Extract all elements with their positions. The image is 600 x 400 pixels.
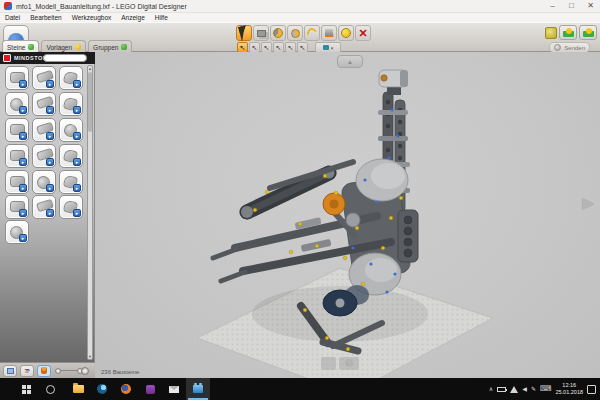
menu-werkzeugbox[interactable]: Werkzeugbox — [67, 14, 117, 21]
ldd-taskbar-button[interactable] — [186, 378, 210, 400]
build-mode-button[interactable] — [559, 25, 577, 40]
window-icon — [7, 368, 14, 374]
edge-button[interactable] — [90, 378, 114, 400]
expand-badge-icon[interactable]: ▸ — [19, 209, 27, 217]
palette-scrollbar[interactable]: ▲ ▼ — [87, 65, 93, 360]
camera-right-button[interactable]: ▶ — [582, 194, 594, 212]
clone-bricks-icon — [257, 30, 266, 37]
part-category-tile[interactable]: ▸ — [59, 66, 83, 90]
scrollbar-thumb[interactable] — [88, 72, 92, 132]
figure-icon — [41, 367, 47, 374]
tab-vorlagen-label: Vorlagen — [46, 44, 72, 51]
start-button[interactable] — [14, 378, 38, 400]
file-explorer-button[interactable] — [66, 378, 90, 400]
close-button[interactable]: ✕ — [581, 0, 600, 13]
cortana-button[interactable] — [38, 378, 62, 400]
keyboard-icon[interactable]: ⌨ — [540, 385, 552, 393]
firefox-button[interactable] — [114, 378, 138, 400]
expand-badge-icon[interactable]: ▸ — [73, 209, 81, 217]
network-icon[interactable] — [510, 386, 518, 393]
battery-icon[interactable] — [497, 387, 506, 392]
expand-badge-icon[interactable]: ▸ — [46, 209, 54, 217]
slider-track[interactable] — [61, 370, 77, 371]
expand-badge-icon[interactable]: ▸ — [73, 80, 81, 88]
part-category-tile[interactable]: ▸ — [59, 195, 83, 219]
part-category-tile[interactable]: ▸ — [5, 66, 29, 90]
menu-bearbeiten[interactable]: Bearbeiten — [25, 14, 66, 21]
select-tool-button[interactable] — [236, 25, 252, 41]
expand-badge-icon[interactable]: ▸ — [19, 184, 27, 192]
hide-tool-button[interactable] — [338, 25, 354, 41]
hinge-tool-button[interactable] — [270, 25, 286, 41]
thumbnail-size-slider[interactable] — [55, 367, 89, 375]
palette-header: mindstorms — [0, 52, 95, 64]
store-button[interactable] — [138, 378, 162, 400]
edge-icon — [97, 384, 107, 394]
maximize-button[interactable]: □ — [562, 0, 581, 13]
action-center-icon[interactable] — [587, 385, 596, 394]
title-bar: mfo1_Modell_Bauanleitung.lxf - LEGO Digi… — [0, 0, 600, 13]
expand-badge-icon[interactable]: ▸ — [19, 80, 27, 88]
expand-badge-icon[interactable]: ▸ — [73, 106, 81, 114]
scroll-up-icon[interactable]: ▲ — [88, 66, 92, 71]
expand-badge-icon[interactable]: ▸ — [19, 234, 27, 242]
palette-filter-button[interactable]: ?? — [20, 365, 34, 377]
menu-datei[interactable]: Datei — [0, 14, 25, 21]
palette-view-button[interactable] — [3, 365, 17, 377]
part-category-tile[interactable]: ▸ — [32, 195, 56, 219]
part-category-tile[interactable]: ▸ — [5, 92, 29, 116]
expand-badge-icon[interactable]: ▸ — [73, 158, 81, 166]
scroll-down-icon[interactable]: ▼ — [88, 354, 92, 359]
view-mode-button[interactable] — [579, 25, 597, 40]
part-category-tile[interactable]: ▸ — [32, 66, 56, 90]
expand-badge-icon[interactable]: ▸ — [46, 80, 54, 88]
expand-badge-icon[interactable]: ▸ — [73, 132, 81, 140]
minifig-head-icon — [341, 28, 351, 38]
part-category-tile[interactable]: ▸ — [59, 144, 83, 168]
flex-icon — [305, 26, 318, 39]
volume-icon[interactable]: ◀ — [522, 386, 527, 392]
flex-tool-button[interactable] — [304, 25, 320, 41]
part-category-tile[interactable]: ▸ — [59, 118, 83, 142]
part-category-tile[interactable]: ▸ — [32, 144, 56, 168]
palette-search-input[interactable] — [43, 54, 87, 62]
part-category-tile[interactable]: ▸ — [5, 144, 29, 168]
part-category-tile[interactable]: ▸ — [32, 170, 56, 194]
send-label: Senden — [564, 45, 585, 51]
menu-anzeige[interactable]: Anzeige — [116, 14, 150, 21]
tab-steine-label: Steine — [7, 44, 25, 51]
3d-viewport[interactable]: ▲ ▶ 236 Bausteine — [95, 52, 600, 378]
camera-up-button[interactable]: ▲ — [337, 55, 363, 68]
taskbar-clock[interactable]: 12:16 25.01.2018 — [555, 382, 583, 396]
expand-badge-icon[interactable]: ▸ — [46, 106, 54, 114]
part-category-tile[interactable]: ▸ — [59, 170, 83, 194]
minimize-button[interactable]: – — [543, 0, 562, 13]
lego-robot-model[interactable] — [95, 52, 600, 378]
paint-tool-button[interactable] — [321, 25, 337, 41]
expand-badge-icon[interactable]: ▸ — [19, 106, 27, 114]
pen-icon[interactable]: ✎ — [531, 386, 536, 392]
tray-chevron-icon[interactable]: ∧ — [489, 386, 493, 392]
part-category-tile[interactable]: ▸ — [59, 92, 83, 116]
part-category-tile[interactable]: ▸ — [32, 118, 56, 142]
expand-badge-icon[interactable]: ▸ — [19, 132, 27, 140]
hinge-align-tool-button[interactable] — [287, 25, 303, 41]
clone-tool-button[interactable] — [253, 25, 269, 41]
part-category-tile[interactable]: ▸ — [32, 92, 56, 116]
slider-knob-large[interactable] — [81, 367, 89, 375]
part-category-tile[interactable]: ▸ — [5, 195, 29, 219]
delete-tool-button[interactable]: ✕ — [355, 25, 371, 41]
clock-date: 25.01.2018 — [555, 389, 583, 396]
mail-button[interactable] — [162, 378, 186, 400]
menu-hilfe[interactable]: Hilfe — [150, 14, 173, 21]
expand-badge-icon[interactable]: ▸ — [19, 158, 27, 166]
part-category-tile[interactable]: ▸ — [5, 220, 29, 244]
expand-badge-icon[interactable]: ▸ — [46, 184, 54, 192]
screenshot-icon[interactable] — [545, 27, 557, 39]
expand-badge-icon[interactable]: ▸ — [46, 158, 54, 166]
palette-group-button[interactable] — [37, 365, 51, 377]
part-category-tile[interactable]: ▸ — [5, 170, 29, 194]
expand-badge-icon[interactable]: ▸ — [46, 132, 54, 140]
expand-badge-icon[interactable]: ▸ — [73, 184, 81, 192]
part-category-tile[interactable]: ▸ — [5, 118, 29, 142]
